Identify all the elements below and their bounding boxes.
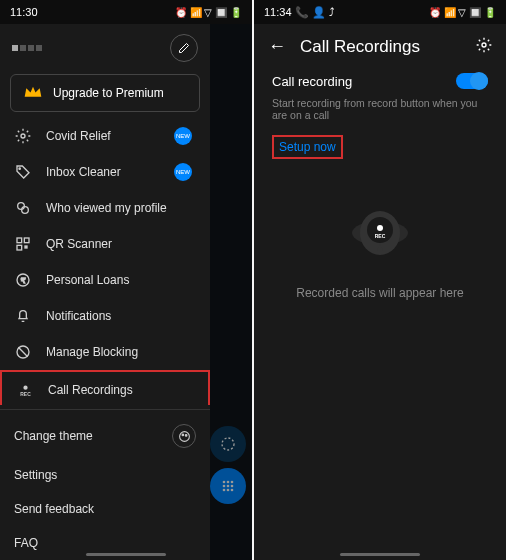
menu-item-label: Covid Relief xyxy=(46,129,111,143)
avatar-placeholder xyxy=(12,45,42,51)
new-badge-icon: NEW xyxy=(174,127,192,145)
svg-point-10 xyxy=(21,134,25,138)
rec-illustration-icon: REC xyxy=(335,198,425,272)
menu-list: Covid ReliefNEWInbox CleanerNEWWho viewe… xyxy=(0,118,210,405)
gear-icon xyxy=(14,127,32,145)
svg-point-3 xyxy=(231,481,234,484)
toggle-row: Call recording xyxy=(254,69,506,93)
call-recordings-screen: ← Call Recordings Call recording Start r… xyxy=(254,24,506,560)
status-bar: 11:34 📞 👤 ⤴ ⏰ 📶 ▽ 🔲 🔋 xyxy=(254,0,506,24)
svg-point-6 xyxy=(231,485,234,488)
screen-header: ← Call Recordings xyxy=(254,24,506,69)
svg-point-11 xyxy=(19,168,20,169)
menu-item-inbox-cleaner[interactable]: Inbox CleanerNEW xyxy=(0,154,210,190)
page-title: Call Recordings xyxy=(300,37,462,57)
new-badge-icon: NEW xyxy=(174,163,192,181)
svg-text:REC: REC xyxy=(375,233,386,239)
menu-item-label: Manage Blocking xyxy=(46,345,138,359)
menu-item-manage-blocking[interactable]: Manage Blocking xyxy=(0,334,210,370)
status-bar: 11:30 ⏰ 📶 ▽ 🔲 🔋 xyxy=(0,0,252,24)
svg-point-31 xyxy=(482,43,486,47)
palette-icon xyxy=(172,424,196,448)
fab-dial[interactable] xyxy=(210,468,246,504)
svg-point-1 xyxy=(223,481,226,484)
svg-point-29 xyxy=(182,434,184,436)
svg-text:REC: REC xyxy=(20,392,31,397)
svg-point-0 xyxy=(222,438,234,450)
fab-chat[interactable] xyxy=(210,426,246,462)
upgrade-premium-button[interactable]: Upgrade to Premium xyxy=(10,74,200,112)
menu-item-qr-scanner[interactable]: QR Scanner xyxy=(0,226,210,262)
back-button[interactable]: ← xyxy=(268,36,286,57)
settings-button[interactable]: Settings xyxy=(0,458,210,492)
menu-item-notifications[interactable]: Notifications xyxy=(0,298,210,334)
change-theme-button[interactable]: Change theme xyxy=(0,414,210,458)
menu-item-label: Notifications xyxy=(46,309,111,323)
edit-profile-button[interactable] xyxy=(170,34,198,62)
crown-icon xyxy=(23,85,43,101)
call-recording-toggle[interactable] xyxy=(456,73,488,89)
svg-point-28 xyxy=(179,431,189,441)
svg-point-30 xyxy=(185,434,187,436)
menu-item-label: Personal Loans xyxy=(46,273,129,287)
qr-icon xyxy=(14,235,32,253)
svg-rect-15 xyxy=(24,238,29,243)
menu-item-label: Who viewed my profile xyxy=(46,201,167,215)
svg-text:₹: ₹ xyxy=(21,277,26,284)
bell-icon xyxy=(14,307,32,325)
menu-item-label: Inbox Cleaner xyxy=(46,165,121,179)
menu-item-label: Call Recordings xyxy=(48,383,133,397)
settings-icon[interactable] xyxy=(476,37,492,56)
phone-right: 11:34 📞 👤 ⤴ ⏰ 📶 ▽ 🔲 🔋 ← Call Recordings … xyxy=(254,0,506,560)
toggle-description: Start recording from record button when … xyxy=(254,93,506,125)
premium-label: Upgrade to Premium xyxy=(53,86,164,100)
svg-point-2 xyxy=(227,481,230,484)
coin-icon: ₹ xyxy=(14,271,32,289)
svg-point-9 xyxy=(231,489,234,492)
tag-icon xyxy=(14,163,32,181)
underlying-screen xyxy=(210,24,252,560)
svg-point-4 xyxy=(223,485,226,488)
svg-point-13 xyxy=(22,207,29,214)
drawer-header xyxy=(0,24,210,68)
svg-point-7 xyxy=(223,489,226,492)
svg-point-12 xyxy=(18,203,25,210)
setup-now-link[interactable]: Setup now xyxy=(272,135,343,159)
navigation-drawer: Upgrade to Premium Covid ReliefNEWInbox … xyxy=(0,24,210,560)
empty-state: REC Recorded calls will appear here xyxy=(254,198,506,300)
svg-point-35 xyxy=(377,225,383,231)
menu-item-who-viewed-my-profile[interactable]: Who viewed my profile xyxy=(0,190,210,226)
empty-state-text: Recorded calls will appear here xyxy=(254,286,506,300)
svg-point-22 xyxy=(23,385,27,389)
block-icon xyxy=(14,343,32,361)
menu-item-call-recordings[interactable]: RECCall Recordings xyxy=(0,370,210,405)
toggle-label: Call recording xyxy=(272,74,352,89)
bottom-section: Change theme Settings Send feedback FAQ xyxy=(0,409,210,560)
phone-left: 11:30 ⏰ 📶 ▽ 🔲 🔋 Upgrade to Premi xyxy=(0,0,252,560)
send-feedback-button[interactable]: Send feedback xyxy=(0,492,210,526)
status-icons: ⏰ 📶 ▽ 🔲 🔋 xyxy=(429,7,496,18)
nav-indicator xyxy=(86,553,166,556)
status-time: 11:30 xyxy=(10,6,38,18)
svg-line-21 xyxy=(18,347,27,356)
menu-item-covid-relief[interactable]: Covid ReliefNEW xyxy=(0,118,210,154)
svg-rect-14 xyxy=(17,238,22,243)
status-icons: ⏰ 📶 ▽ 🔲 🔋 xyxy=(175,7,242,18)
svg-rect-16 xyxy=(17,245,22,250)
circles-icon xyxy=(14,199,32,217)
status-time: 11:34 📞 👤 ⤴ xyxy=(264,6,335,19)
rec-icon: REC xyxy=(16,381,34,399)
svg-point-8 xyxy=(227,489,230,492)
fab-stack xyxy=(210,420,246,510)
svg-rect-17 xyxy=(25,246,27,248)
menu-item-personal-loans[interactable]: ₹Personal Loans xyxy=(0,262,210,298)
nav-indicator xyxy=(340,553,420,556)
menu-item-label: QR Scanner xyxy=(46,237,112,251)
svg-point-5 xyxy=(227,485,230,488)
